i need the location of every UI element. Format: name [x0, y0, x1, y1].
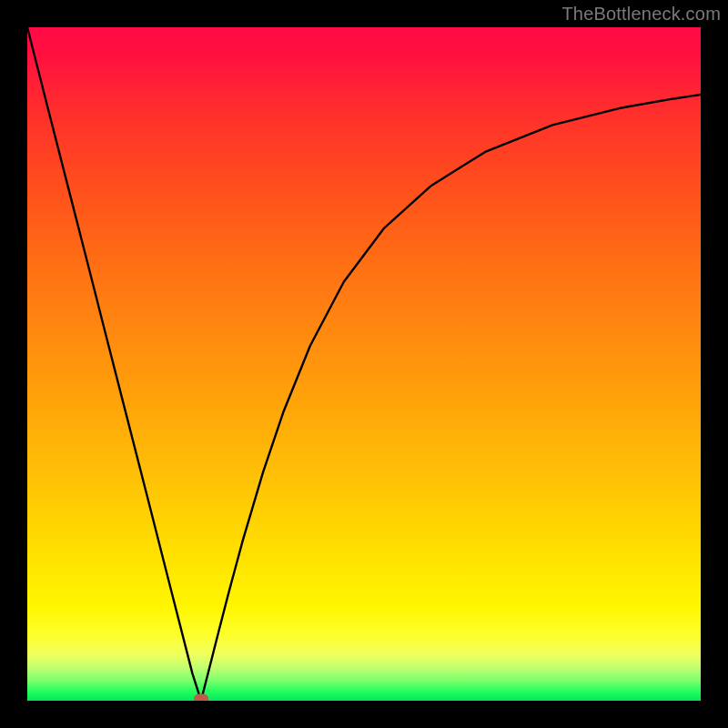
- watermark-text: TheBottleneck.com: [561, 4, 721, 25]
- background-gradient: [27, 27, 701, 701]
- plot-area: [27, 27, 701, 701]
- chart-frame: TheBottleneck.com: [0, 0, 728, 728]
